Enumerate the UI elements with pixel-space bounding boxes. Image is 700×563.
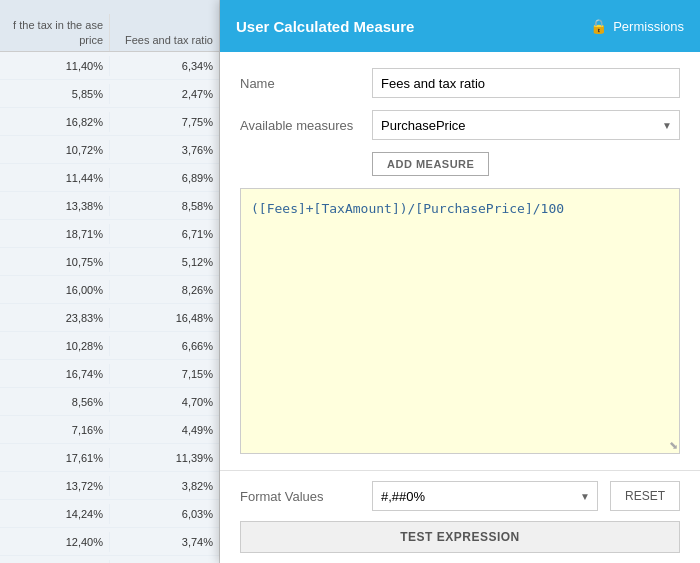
cell-col2: 5,12% bbox=[110, 252, 219, 272]
test-expression-button[interactable]: TEST EXPRESSION bbox=[240, 521, 680, 553]
cell-col2: 3,82% bbox=[110, 476, 219, 496]
modal-body: Name Available measures PurchasePriceFee… bbox=[220, 52, 700, 470]
cell-col1: 12,40% bbox=[0, 532, 110, 552]
table-row: 16,82% 7,75% bbox=[0, 108, 219, 136]
table-row: 10,72% 3,76% bbox=[0, 136, 219, 164]
table-header: f the tax in the ase price Fees and tax … bbox=[0, 0, 219, 52]
name-row: Name bbox=[240, 68, 680, 98]
modal-title: User Calculated Measure bbox=[236, 18, 414, 35]
cell-col2: 6,71% bbox=[110, 224, 219, 244]
available-measures-select-wrapper: PurchasePriceFeesTaxAmount ▼ bbox=[372, 110, 680, 140]
cell-col2: 8,26% bbox=[110, 280, 219, 300]
cell-col1: 23,83% bbox=[0, 308, 110, 328]
table-row: 12,40% 3,74% bbox=[0, 528, 219, 556]
cell-col1: 8,56% bbox=[0, 392, 110, 412]
cell-col2: 16,48% bbox=[110, 308, 219, 328]
cell-col1: 10,72% bbox=[0, 140, 110, 160]
cell-col1: 10,28% bbox=[0, 336, 110, 356]
table-body: 11,40% 6,34% 5,85% 2,47% 16,82% 7,75% 10… bbox=[0, 52, 219, 563]
cell-col1: 16,74% bbox=[0, 364, 110, 384]
lock-icon: 🔒 bbox=[590, 18, 607, 34]
cell-col2: 6,66% bbox=[110, 336, 219, 356]
cell-col2: 7,15% bbox=[110, 364, 219, 384]
table-row: 18,71% 6,71% bbox=[0, 220, 219, 248]
table-row: 13,72% 3,82% bbox=[0, 472, 219, 500]
col2-header: Fees and tax ratio bbox=[110, 29, 219, 51]
format-select-wrapper: #,##0%#,##0.00%#,##0#,##0.00 ▼ bbox=[372, 481, 598, 511]
cell-col1: 13,72% bbox=[0, 476, 110, 496]
cell-col1: 14,24% bbox=[0, 504, 110, 524]
table-row: 7,16% 4,49% bbox=[0, 416, 219, 444]
table-row: 23,83% 16,48% bbox=[0, 304, 219, 332]
cell-col1: 5,85% bbox=[0, 84, 110, 104]
background-table: f the tax in the ase price Fees and tax … bbox=[0, 0, 220, 563]
modal-header: User Calculated Measure 🔒 Permissions bbox=[220, 0, 700, 52]
cell-col2: 6,89% bbox=[110, 168, 219, 188]
cell-col1: 7,10% bbox=[0, 560, 110, 564]
cell-col2: 8,58% bbox=[110, 196, 219, 216]
cell-col1: 11,44% bbox=[0, 168, 110, 188]
cell-col1: 17,61% bbox=[0, 448, 110, 468]
table-row: 11,40% 6,34% bbox=[0, 52, 219, 80]
cell-col2: 2,47% bbox=[110, 84, 219, 104]
resize-handle[interactable]: ⬊ bbox=[669, 439, 678, 452]
cell-col1: 18,71% bbox=[0, 224, 110, 244]
table-row: 16,74% 7,15% bbox=[0, 360, 219, 388]
table-row: 17,61% 11,39% bbox=[0, 444, 219, 472]
cell-col2: 11,39% bbox=[110, 448, 219, 468]
add-measure-button[interactable]: ADD MEASURE bbox=[372, 152, 489, 176]
table-row: 5,85% 2,47% bbox=[0, 80, 219, 108]
available-measures-row: Available measures PurchasePriceFeesTaxA… bbox=[240, 110, 680, 140]
table-row: 7,10% 2,70% bbox=[0, 556, 219, 563]
cell-col2: 3,76% bbox=[110, 140, 219, 160]
available-measures-label: Available measures bbox=[240, 118, 360, 133]
col1-header: f the tax in the ase price bbox=[0, 14, 110, 51]
permissions-label: Permissions bbox=[613, 19, 684, 34]
available-measures-select[interactable]: PurchasePriceFeesTaxAmount bbox=[372, 110, 680, 140]
modal-footer: Format Values #,##0%#,##0.00%#,##0#,##0.… bbox=[220, 470, 700, 563]
cell-col1: 7,16% bbox=[0, 420, 110, 440]
expression-editor[interactable]: ([Fees]+[TaxAmount])/[PurchasePrice]/100 bbox=[240, 188, 680, 454]
table-row: 8,56% 4,70% bbox=[0, 388, 219, 416]
cell-col2: 4,49% bbox=[110, 420, 219, 440]
modal-dialog: User Calculated Measure 🔒 Permissions Na… bbox=[220, 0, 700, 563]
add-measure-row: ADD MEASURE bbox=[240, 152, 680, 176]
format-select[interactable]: #,##0%#,##0.00%#,##0#,##0.00 bbox=[372, 481, 598, 511]
table-row: 16,00% 8,26% bbox=[0, 276, 219, 304]
permissions-button[interactable]: 🔒 Permissions bbox=[590, 18, 684, 34]
cell-col1: 13,38% bbox=[0, 196, 110, 216]
table-row: 10,28% 6,66% bbox=[0, 332, 219, 360]
cell-col2: 3,74% bbox=[110, 532, 219, 552]
cell-col2: 2,70% bbox=[110, 560, 219, 564]
table-row: 10,75% 5,12% bbox=[0, 248, 219, 276]
test-expression-row: TEST EXPRESSION bbox=[240, 521, 680, 553]
format-label: Format Values bbox=[240, 489, 360, 504]
name-label: Name bbox=[240, 76, 360, 91]
cell-col1: 16,00% bbox=[0, 280, 110, 300]
cell-col2: 6,34% bbox=[110, 56, 219, 76]
table-row: 11,44% 6,89% bbox=[0, 164, 219, 192]
table-row: 14,24% 6,03% bbox=[0, 500, 219, 528]
name-input[interactable] bbox=[372, 68, 680, 98]
cell-col2: 7,75% bbox=[110, 112, 219, 132]
cell-col2: 6,03% bbox=[110, 504, 219, 524]
table-row: 13,38% 8,58% bbox=[0, 192, 219, 220]
reset-button[interactable]: RESET bbox=[610, 481, 680, 511]
cell-col1: 11,40% bbox=[0, 56, 110, 76]
cell-col1: 16,82% bbox=[0, 112, 110, 132]
cell-col2: 4,70% bbox=[110, 392, 219, 412]
format-row: Format Values #,##0%#,##0.00%#,##0#,##0.… bbox=[240, 481, 680, 511]
cell-col1: 10,75% bbox=[0, 252, 110, 272]
